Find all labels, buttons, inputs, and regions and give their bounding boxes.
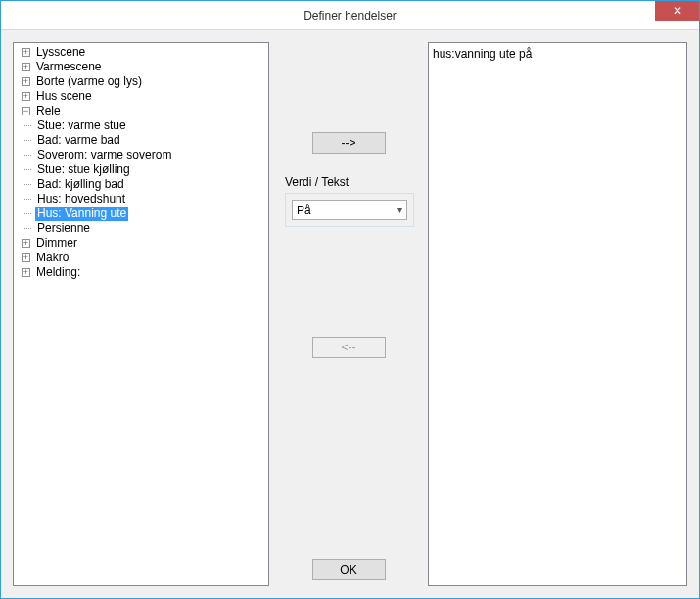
arrow-right-icon: -->	[342, 136, 356, 150]
tree-item[interactable]: −Rele	[14, 104, 268, 118]
tree-item-label: Makro	[34, 251, 70, 265]
arrow-left-icon: <--	[342, 341, 356, 354]
tree-child-item[interactable]: Hus: Vanning ute	[35, 207, 268, 221]
expand-icon[interactable]: +	[22, 268, 30, 277]
tree-item-label: Borte (varme og lys)	[34, 74, 144, 89]
tree[interactable]: +Lysscene+Varmescene+Borte (varme og lys…	[14, 45, 268, 280]
tree-child-label: Stue: stue kjølling	[35, 162, 132, 177]
value-select[interactable]: På ▾	[292, 200, 407, 220]
tree-child-item[interactable]: Hus: hovedshunt	[35, 192, 268, 207]
remove-button[interactable]: <--	[312, 337, 386, 358]
add-button[interactable]: -->	[312, 132, 386, 154]
tree-item[interactable]: +Melding:	[14, 265, 268, 280]
tree-child-label: Bad: kjølling bad	[35, 177, 126, 192]
tree-item-label: Melding:	[34, 265, 82, 280]
window-title: Definer hendelser	[303, 9, 397, 23]
tree-child-item[interactable]: Bad: varme bad	[35, 133, 268, 148]
dialog-window: Definer hendelser ✕ +Lysscene+Varmescene…	[0, 0, 700, 599]
tree-item[interactable]: +Varmescene	[14, 60, 268, 74]
expand-icon[interactable]: +	[22, 253, 30, 262]
tree-child-label: Stue: varme stue	[35, 118, 128, 133]
collapse-icon[interactable]: −	[22, 107, 30, 115]
value-label: Verdi / Tekst	[285, 175, 349, 189]
tree-panel: +Lysscene+Varmescene+Borte (varme og lys…	[13, 42, 269, 586]
tree-item-label: Dimmer	[34, 236, 79, 251]
tree-item[interactable]: +Borte (varme og lys)	[14, 74, 268, 89]
ok-label: OK	[340, 563, 356, 576]
tree-child-label: Bad: varme bad	[35, 133, 122, 148]
tree-child-label: Hus: Vanning ute	[35, 207, 128, 221]
value-fieldset: På ▾	[285, 193, 414, 227]
expand-icon[interactable]: +	[22, 92, 30, 101]
tree-item[interactable]: +Makro	[14, 251, 268, 265]
tree-item-label: Lysscene	[34, 45, 87, 60]
tree-item-label: Rele	[34, 104, 63, 118]
tree-child-label: Soverom: varme soverom	[35, 148, 173, 162]
middle-controls: --> Verdi / Tekst På ▾ <-- OK	[279, 42, 418, 586]
ok-button[interactable]: OK	[312, 559, 386, 580]
tree-child-item[interactable]: Stue: varme stue	[35, 118, 268, 133]
close-icon: ✕	[673, 5, 682, 17]
close-button[interactable]: ✕	[655, 1, 699, 21]
dialog-content: +Lysscene+Varmescene+Borte (varme og lys…	[1, 30, 699, 598]
tree-item-label: Varmescene	[34, 60, 103, 74]
tree-item[interactable]: +Lysscene	[14, 45, 268, 60]
tree-item-label: Hus scene	[34, 89, 94, 104]
expand-icon[interactable]: +	[22, 48, 30, 57]
tree-child-label: Hus: hovedshunt	[35, 192, 127, 207]
result-item[interactable]: hus:vanning ute på	[433, 45, 682, 62]
tree-child-item[interactable]: Bad: kjølling bad	[35, 177, 268, 192]
expand-icon[interactable]: +	[22, 239, 30, 248]
tree-child-label: Persienne	[35, 221, 92, 236]
expand-icon[interactable]: +	[22, 77, 30, 86]
tree-child-item[interactable]: Persienne	[35, 221, 268, 236]
titlebar: Definer hendelser ✕	[1, 1, 699, 30]
select-value: På	[297, 204, 311, 217]
tree-item[interactable]: +Hus scene	[14, 89, 268, 104]
result-panel[interactable]: hus:vanning ute på	[428, 42, 687, 586]
chevron-down-icon: ▾	[397, 205, 402, 215]
tree-item[interactable]: +Dimmer	[14, 236, 268, 251]
tree-child-item[interactable]: Soverom: varme soverom	[35, 148, 268, 162]
tree-child-item[interactable]: Stue: stue kjølling	[35, 162, 268, 177]
expand-icon[interactable]: +	[22, 63, 30, 71]
ok-row: OK	[312, 559, 386, 586]
